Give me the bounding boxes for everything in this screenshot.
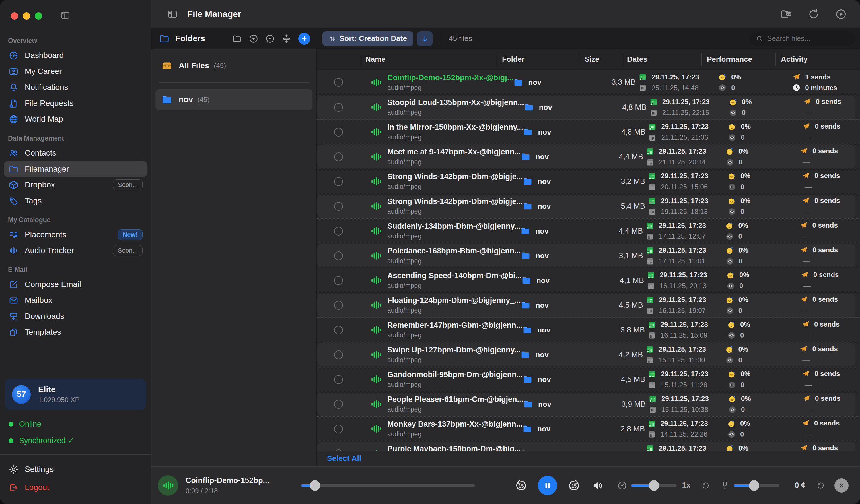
folder-item-nov[interactable]: nov(45) bbox=[155, 89, 313, 110]
row-checkbox[interactable] bbox=[334, 128, 343, 136]
sidebar-item-logout[interactable]: Logout bbox=[4, 478, 147, 496]
table-row[interactable]: Remember-147bpm-Gbm-@bigjenn...audio/mpe… bbox=[317, 317, 860, 342]
table-row[interactable]: Gandonmobil-95bpm-Dm-@bigjenn...audio/mp… bbox=[317, 367, 860, 392]
row-checkbox[interactable] bbox=[334, 449, 343, 451]
sidebar-item-dashboard[interactable]: Dashboard bbox=[4, 47, 147, 63]
column-header-activity[interactable]: Activity bbox=[775, 53, 860, 66]
folder-plus-button[interactable] bbox=[780, 8, 792, 20]
sort-direction-button[interactable] bbox=[417, 31, 433, 46]
created-date-line: 29.11.25, 17:23 bbox=[648, 197, 708, 205]
speed-thumb[interactable] bbox=[649, 480, 659, 491]
sidebar-item-settings[interactable]: Settings bbox=[4, 460, 147, 478]
row-checkbox[interactable] bbox=[334, 103, 343, 112]
collapse-vertical-button[interactable] bbox=[282, 34, 291, 44]
column-header-size[interactable]: Size bbox=[579, 53, 622, 66]
sidebar-item-audio-tracker[interactable]: Audio TrackerSoon... bbox=[4, 242, 147, 258]
folder-button[interactable] bbox=[232, 34, 242, 44]
folder-item-all-files[interactable]: All Files(45) bbox=[155, 55, 313, 76]
row-checkbox[interactable] bbox=[334, 375, 343, 384]
table-row[interactable]: Poledance-168bpm-Bbm-@bigjenn...audio/mp… bbox=[317, 243, 860, 268]
sidebar-item-tags[interactable]: Tags bbox=[4, 193, 147, 209]
sidebar-item-downloads[interactable]: Downloads bbox=[4, 308, 147, 324]
view-count: 0 bbox=[739, 282, 743, 290]
circle-down-button[interactable] bbox=[249, 34, 258, 44]
row-checkbox[interactable] bbox=[334, 400, 343, 409]
sidebar-item-contacts[interactable]: Contacts bbox=[4, 145, 147, 161]
sort-button[interactable]: Sort: Creation Date bbox=[322, 31, 413, 46]
row-checkbox[interactable] bbox=[334, 152, 343, 161]
eye-badge-icon bbox=[728, 381, 736, 389]
speed-reset-button[interactable] bbox=[701, 481, 710, 490]
sidebar-item-world-map[interactable]: World Map bbox=[4, 111, 147, 127]
select-all-link[interactable]: Select All bbox=[327, 454, 361, 463]
speed-slider[interactable] bbox=[631, 484, 677, 487]
file-name: Monkey Bars-137bpm-Xx-@bigjenn... bbox=[387, 420, 522, 429]
progress-thumb[interactable] bbox=[310, 480, 320, 491]
view-count: 0 bbox=[731, 84, 735, 92]
table-row[interactable]: Swipe Up-127bpm-Dbm-@bigjenny...audio/mp… bbox=[317, 342, 860, 367]
table-row[interactable]: Strong Winds-142bpm-Dbm-@bigje...audio/m… bbox=[317, 169, 860, 194]
table-row[interactable]: Purple Maybach-150bpm-Dm-@big...audio/mp… bbox=[317, 441, 860, 450]
sidebar-item-placements[interactable]: PlacementsNew! bbox=[4, 227, 147, 242]
sidebar-item-notifications[interactable]: Notifications bbox=[4, 79, 147, 95]
plus-button[interactable] bbox=[298, 33, 310, 45]
circle-up-button[interactable] bbox=[265, 34, 275, 44]
xp-card[interactable]: 57 Elite 1.029.950 XP bbox=[5, 379, 146, 410]
table-row[interactable]: Floating-124bpm-Dbm-@bigjenny_...audio/m… bbox=[317, 293, 860, 317]
table-row[interactable]: Strong Winds-142bpm-Dbm-@bigje...audio/m… bbox=[317, 194, 860, 219]
sidebar-item-mailbox[interactable]: Mailbox bbox=[4, 292, 147, 308]
table-row[interactable]: Meet me at 9-147bpm-Xx-@bigjenn...audio/… bbox=[317, 144, 860, 169]
sidebar-item-compose-email[interactable]: Compose Email bbox=[4, 277, 147, 292]
zoom-window-button[interactable] bbox=[35, 12, 42, 20]
sidebar-item-file-requests[interactable]: File Requests bbox=[4, 95, 147, 111]
created-date: 29.11.25, 17:23 bbox=[662, 98, 710, 106]
column-header-performance[interactable]: Performance bbox=[702, 53, 775, 66]
modified-date-line: 21.11.25, 20:14 bbox=[646, 158, 706, 166]
sidebar-section-title: Overview bbox=[0, 30, 151, 47]
pause-button[interactable] bbox=[538, 476, 557, 495]
row-checkbox[interactable] bbox=[334, 276, 343, 285]
row-checkbox[interactable] bbox=[334, 326, 343, 335]
pitch-slider[interactable] bbox=[734, 484, 779, 487]
table-row[interactable]: Stoopid Loud-135bpm-Xx-@bigjenn...audio/… bbox=[317, 95, 860, 119]
volume-button[interactable] bbox=[592, 479, 604, 491]
play-circle-button[interactable] bbox=[835, 8, 847, 20]
row-checkbox[interactable] bbox=[334, 78, 343, 87]
column-header-folder[interactable]: Folder bbox=[497, 53, 579, 66]
row-checkbox[interactable] bbox=[334, 177, 343, 186]
table-row[interactable]: Monkey Bars-137bpm-Xx-@bigjenn...audio/m… bbox=[317, 416, 860, 441]
modified-date: 21.11.25, 21:06 bbox=[661, 133, 708, 142]
close-window-button[interactable] bbox=[11, 12, 18, 20]
sidebar-item-my-career[interactable]: My Career bbox=[4, 63, 147, 79]
column-header-dates[interactable]: Dates bbox=[622, 53, 702, 66]
skip-back-15-button[interactable]: 15 bbox=[515, 479, 528, 492]
file-name-cell: Gandonmobil-95bpm-Dm-@bigjenn...audio/mp… bbox=[360, 370, 523, 388]
pitch-thumb[interactable] bbox=[749, 480, 759, 491]
progress-slider[interactable] bbox=[301, 484, 475, 487]
row-checkbox[interactable] bbox=[334, 251, 343, 260]
minimize-window-button[interactable] bbox=[23, 12, 30, 20]
sidebar-item-filemanager[interactable]: Filemanager bbox=[4, 161, 147, 177]
sidebar-toggle-icon[interactable] bbox=[59, 10, 71, 21]
row-checkbox[interactable] bbox=[334, 202, 343, 211]
table-row[interactable]: In the Mirror-150bpm-Xx-@bigjenny...audi… bbox=[317, 119, 860, 144]
svg-text:z: z bbox=[732, 446, 733, 448]
sidebar-item-templates[interactable]: Templates bbox=[4, 324, 147, 340]
row-checkbox[interactable] bbox=[334, 351, 343, 359]
table-row[interactable]: Ascending Speed-140bpm-Dm-@bi...audio/mp… bbox=[317, 268, 860, 293]
row-checkbox[interactable] bbox=[334, 301, 343, 310]
refresh-button[interactable] bbox=[808, 8, 820, 20]
search-box[interactable] bbox=[750, 31, 855, 46]
skip-forward-15-button[interactable]: 15 bbox=[568, 479, 580, 492]
table-row[interactable]: People Pleaser-61bpm-Cm-@bigjen...audio/… bbox=[317, 392, 860, 416]
table-row[interactable]: Coinflip-Demo-152bpm-Xx-@bigj...audio/mp… bbox=[317, 70, 860, 95]
search-input[interactable] bbox=[767, 34, 849, 43]
row-checkbox[interactable] bbox=[334, 227, 343, 236]
row-checkbox[interactable] bbox=[334, 425, 343, 433]
panel-toggle-icon[interactable] bbox=[166, 9, 179, 20]
close-player-button[interactable] bbox=[834, 478, 849, 493]
table-row[interactable]: Suddenly-134bpm-Dbm-@bigjenny...audio/mp… bbox=[317, 219, 860, 243]
sidebar-item-dropbox[interactable]: DropboxSoon... bbox=[4, 177, 147, 193]
pitch-reset-button[interactable] bbox=[816, 481, 825, 490]
column-header-name[interactable]: Name bbox=[360, 53, 497, 66]
